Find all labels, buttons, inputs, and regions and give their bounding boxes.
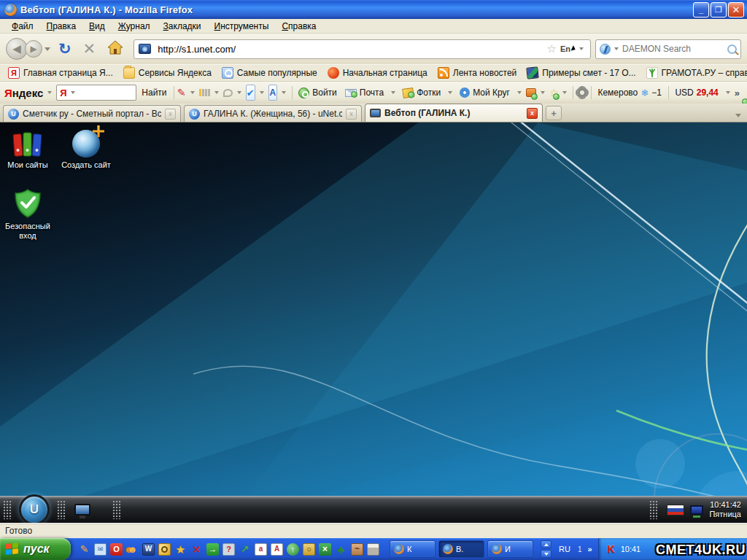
messenger-people-icon[interactable]: ☻ xyxy=(126,543,139,556)
history-dropdown-icon[interactable] xyxy=(44,47,50,51)
doc-large-a-icon[interactable]: A xyxy=(271,543,283,556)
tab-galina-profile[interactable]: U ГАЛИНА К. (Женщина, 56) - uNet.com x xyxy=(184,105,362,122)
bookmark-item[interactable]: Примеры смет - 17 О... xyxy=(523,66,639,79)
forward-button[interactable]: ▶ xyxy=(25,40,42,58)
desktop-icon-create-site[interactable]: Создать сайт xyxy=(60,127,112,170)
comments-dropdown-icon[interactable] xyxy=(237,91,241,94)
gear-icon[interactable] xyxy=(577,88,587,98)
bookmark-item[interactable]: Начальная страница xyxy=(324,66,431,79)
bookmark-star-icon[interactable]: ☆ xyxy=(546,42,556,55)
search-gold-icon[interactable]: ○ xyxy=(303,543,315,556)
bookmark-item[interactable]: Лента новостей xyxy=(434,66,521,79)
menu-file[interactable]: Файл xyxy=(6,20,39,33)
keys-icon[interactable] xyxy=(158,543,171,556)
delete-x-icon[interactable]: × xyxy=(190,543,203,556)
home-button[interactable] xyxy=(107,40,123,58)
currency-dropdown-icon[interactable] xyxy=(726,91,730,94)
tray-clock[interactable]: 10:41 xyxy=(621,545,641,553)
yandex-moikrug-button[interactable]: Мой Круг xyxy=(457,86,513,99)
wallet-icon[interactable] xyxy=(526,88,536,97)
search-box[interactable] xyxy=(595,39,741,59)
url-input[interactable] xyxy=(156,43,544,55)
webtop-start-button[interactable]: U xyxy=(19,494,50,523)
taskbar-window-smetchik[interactable]: К xyxy=(390,540,436,558)
taskbar-grip[interactable] xyxy=(57,500,66,519)
translate-dropdown-icon[interactable] xyxy=(282,91,286,94)
doc-small-a-icon[interactable]: a xyxy=(255,543,267,556)
reload-button[interactable]: ↻ xyxy=(58,40,71,58)
start-button[interactable]: пуск xyxy=(0,538,71,560)
yandex-mail-button[interactable]: Почта xyxy=(342,86,387,99)
stamp-hand-icon[interactable]: ~ xyxy=(351,543,363,556)
bookmark-item[interactable]: Самые популярные xyxy=(218,66,321,79)
kaspersky-icon[interactable]: K xyxy=(608,543,615,555)
menu-history[interactable]: Журнал xyxy=(112,20,156,33)
yandex-input-dropdown-icon[interactable] xyxy=(71,91,75,94)
menu-edit[interactable]: Правка xyxy=(41,20,82,33)
menu-tools[interactable]: Инструменты xyxy=(209,20,275,33)
moikrug-dropdown-icon[interactable] xyxy=(517,91,522,94)
comments-bubble-icon[interactable] xyxy=(223,89,233,97)
taskbar-window-other[interactable]: И xyxy=(487,540,533,558)
network-monitor-icon[interactable] xyxy=(690,505,703,515)
search-go-icon[interactable] xyxy=(727,44,737,54)
new-tab-button[interactable]: + xyxy=(546,106,562,120)
menu-bookmarks[interactable]: Закладки xyxy=(158,20,207,33)
desktop-icon-my-sites[interactable]: Мои сайты xyxy=(1,127,54,170)
bookmark-item[interactable]: ГРАМОТА.РУ – справ... xyxy=(643,66,747,79)
taskbar-window-webtop-active[interactable]: В. xyxy=(438,540,484,558)
tray-chevron-icon[interactable]: » xyxy=(587,545,592,553)
refresh-green-icon[interactable]: ↗ xyxy=(239,543,251,556)
mail-dropdown-icon[interactable] xyxy=(391,91,395,94)
tab-close-icon[interactable]: x xyxy=(527,108,538,119)
close-button[interactable]: ✕ xyxy=(728,2,744,18)
stop-button[interactable]: ✕ xyxy=(83,40,96,58)
search-engine-dropdown-icon[interactable] xyxy=(614,47,619,50)
favorites-dropdown-icon[interactable] xyxy=(562,91,567,94)
scroll-down-button[interactable] xyxy=(541,550,551,558)
favorites-star-icon[interactable]: ☆ xyxy=(549,87,559,98)
notes-pencil-icon[interactable]: ✎ xyxy=(177,87,186,98)
tab-webtop-active[interactable]: Вебтоп (ГАЛИНА К.) x xyxy=(365,104,543,122)
green-arrow-icon[interactable]: → xyxy=(206,543,219,556)
menu-help[interactable]: Справка xyxy=(276,20,322,33)
bookmark-folder[interactable]: Сервисы Яндекса xyxy=(120,66,215,79)
taskbar-grip[interactable] xyxy=(3,500,12,519)
search-input[interactable] xyxy=(621,43,727,55)
upload-orb-icon[interactable]: ↑ xyxy=(287,543,299,556)
traffic-bars-icon[interactable] xyxy=(199,89,210,96)
webtop-clock[interactable]: 10:41:42 Пятница xyxy=(709,500,741,519)
yandex-search-input[interactable]: Я xyxy=(56,85,136,101)
desktop-icon-secure-login[interactable]: Безопасный вход xyxy=(1,188,54,241)
yandex-overflow-chevron[interactable]: » xyxy=(735,88,743,98)
star-icon[interactable]: ★ xyxy=(174,543,187,556)
spellcheck-button[interactable]: ✔ xyxy=(246,85,255,101)
daemon-search-icon[interactable] xyxy=(600,44,611,55)
restore-button[interactable]: ❐ xyxy=(711,2,727,18)
photos-dropdown-icon[interactable] xyxy=(448,91,452,94)
taskbar-grip[interactable] xyxy=(112,500,121,519)
menu-view[interactable]: Вид xyxy=(83,20,111,33)
weather-widget[interactable]: Кемерово ❄ −1 xyxy=(595,86,664,100)
green-cross-icon[interactable]: × xyxy=(319,543,331,556)
bookmark-item[interactable]: Я Главная страница Я... xyxy=(4,66,117,79)
russian-flag-icon[interactable] xyxy=(667,505,684,516)
webtop-desktop[interactable]: Мои сайты Создать сайт Безопасный вход U… xyxy=(0,122,747,523)
spellcheck-dropdown-icon[interactable] xyxy=(260,91,264,94)
currency-widget[interactable]: USD 29,44 xyxy=(672,86,721,99)
wallet-dropdown-icon[interactable] xyxy=(541,91,545,94)
scroll-up-button[interactable] xyxy=(541,540,551,548)
language-indicator[interactable]: RU xyxy=(559,545,570,553)
pencil-icon[interactable]: ✎ xyxy=(78,543,90,556)
taskbar-grip[interactable] xyxy=(649,500,658,519)
traffic-dropdown-icon[interactable] xyxy=(214,91,219,94)
yandex-logo-dropdown-icon[interactable] xyxy=(47,91,52,94)
word-icon[interactable]: W xyxy=(142,543,155,556)
minimize-button[interactable]: _ xyxy=(693,2,709,18)
yandex-logo[interactable]: Яндекс xyxy=(4,87,43,99)
help-monitor-icon[interactable]: ? xyxy=(222,543,235,556)
tab-smetchik[interactable]: U Сметчик ру - Сметный портал - Все д...… xyxy=(3,105,181,122)
tab-list-dropdown-icon[interactable] xyxy=(735,114,741,117)
yandex-login-button[interactable]: Войти xyxy=(295,86,340,100)
tab-close-icon[interactable]: x xyxy=(165,109,176,120)
